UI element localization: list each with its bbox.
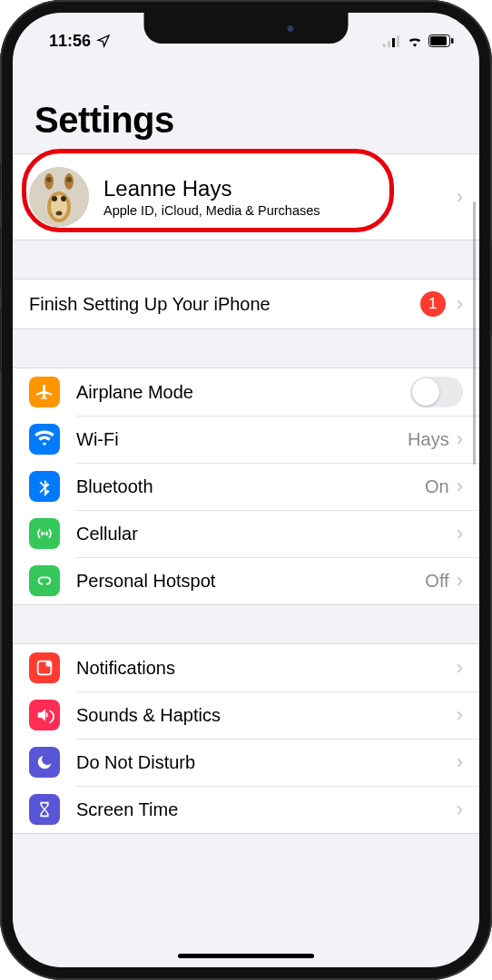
notch bbox=[144, 13, 349, 44]
setup-group: Finish Setting Up Your iPhone 1 › bbox=[13, 279, 479, 329]
airplane-mode-row[interactable]: Airplane Mode bbox=[13, 368, 479, 416]
avatar bbox=[29, 167, 89, 227]
svg-rect-5 bbox=[430, 36, 447, 45]
battery-icon bbox=[428, 34, 454, 47]
profile-name: Leanne Hays bbox=[103, 176, 320, 201]
svg-rect-2 bbox=[392, 38, 395, 47]
sounds-label: Sounds & Haptics bbox=[76, 705, 457, 726]
profile-group: Leanne Hays Apple ID, iCloud, Media & Pu… bbox=[13, 153, 479, 240]
scroll-indicator bbox=[473, 201, 476, 465]
profile-subtitle: Apple ID, iCloud, Media & Purchases bbox=[103, 203, 320, 218]
wifi-icon bbox=[29, 424, 60, 455]
chevron-right-icon: › bbox=[457, 656, 463, 680]
network-group: Airplane Mode Wi-Fi Hays › Bluetooth On … bbox=[13, 368, 479, 605]
wifi-value: Hays bbox=[408, 429, 449, 450]
screentime-row[interactable]: Screen Time › bbox=[13, 786, 479, 833]
status-time: 11:56 bbox=[49, 32, 91, 51]
volume-down-button bbox=[0, 309, 1, 372]
phone-frame: 11:56 Settings bbox=[0, 0, 492, 980]
notifications-group: Notifications › Sounds & Haptics › Do No… bbox=[13, 643, 479, 834]
bluetooth-icon bbox=[29, 471, 60, 502]
svg-point-16 bbox=[56, 211, 63, 216]
cellular-signal-icon bbox=[383, 35, 401, 47]
hotspot-value: Off bbox=[425, 571, 448, 592]
sensor-dot bbox=[288, 25, 294, 32]
airplane-label: Airplane Mode bbox=[76, 382, 410, 403]
page-title: Settings bbox=[13, 56, 479, 153]
moon-icon bbox=[29, 747, 60, 778]
notifications-row[interactable]: Notifications › bbox=[13, 644, 479, 691]
svg-point-12 bbox=[46, 177, 52, 182]
cellular-row[interactable]: Cellular › bbox=[13, 510, 479, 557]
cellular-icon bbox=[29, 518, 60, 549]
airplane-icon bbox=[29, 377, 60, 407]
sounds-icon bbox=[29, 700, 60, 730]
finish-setup-label: Finish Setting Up Your iPhone bbox=[29, 294, 420, 315]
apple-id-row[interactable]: Leanne Hays Apple ID, iCloud, Media & Pu… bbox=[13, 154, 479, 240]
screentime-label: Screen Time bbox=[76, 799, 457, 820]
cellular-label: Cellular bbox=[76, 524, 457, 544]
bluetooth-value: On bbox=[425, 476, 449, 497]
finish-setup-row[interactable]: Finish Setting Up Your iPhone 1 › bbox=[13, 279, 479, 328]
svg-rect-0 bbox=[383, 44, 386, 47]
svg-rect-3 bbox=[397, 35, 399, 47]
hotspot-icon bbox=[29, 565, 60, 596]
svg-rect-6 bbox=[451, 38, 454, 44]
chevron-right-icon: › bbox=[457, 292, 463, 316]
wifi-label: Wi-Fi bbox=[76, 429, 408, 450]
chevron-right-icon: › bbox=[457, 427, 463, 451]
chevron-right-icon: › bbox=[457, 750, 463, 774]
dnd-label: Do Not Disturb bbox=[76, 752, 457, 773]
svg-point-18 bbox=[45, 661, 51, 666]
bluetooth-row[interactable]: Bluetooth On › bbox=[13, 463, 479, 510]
airplane-toggle[interactable] bbox=[410, 377, 463, 407]
screen: 11:56 Settings bbox=[13, 13, 479, 967]
chevron-right-icon: › bbox=[457, 185, 463, 209]
wifi-icon bbox=[407, 34, 423, 47]
svg-point-15 bbox=[61, 196, 66, 201]
chevron-right-icon: › bbox=[457, 522, 463, 545]
svg-rect-1 bbox=[388, 41, 390, 47]
silence-switch bbox=[0, 163, 1, 200]
notification-badge: 1 bbox=[420, 291, 446, 317]
home-indicator[interactable] bbox=[178, 954, 314, 958]
chevron-right-icon: › bbox=[457, 798, 463, 821]
wifi-row[interactable]: Wi-Fi Hays › bbox=[13, 416, 479, 463]
sounds-row[interactable]: Sounds & Haptics › bbox=[13, 691, 479, 739]
notifications-label: Notifications bbox=[76, 658, 457, 679]
notifications-icon bbox=[29, 652, 60, 683]
chevron-right-icon: › bbox=[457, 569, 463, 593]
svg-point-13 bbox=[66, 177, 72, 182]
dnd-row[interactable]: Do Not Disturb › bbox=[13, 739, 479, 786]
bluetooth-label: Bluetooth bbox=[76, 476, 425, 497]
chevron-right-icon: › bbox=[457, 475, 463, 498]
location-arrow-icon bbox=[96, 34, 111, 48]
hotspot-row[interactable]: Personal Hotspot Off › bbox=[13, 557, 479, 604]
hourglass-icon bbox=[29, 794, 60, 825]
chevron-right-icon: › bbox=[457, 703, 463, 727]
hotspot-label: Personal Hotspot bbox=[76, 571, 425, 592]
svg-point-14 bbox=[52, 196, 57, 201]
volume-up-button bbox=[0, 227, 1, 290]
